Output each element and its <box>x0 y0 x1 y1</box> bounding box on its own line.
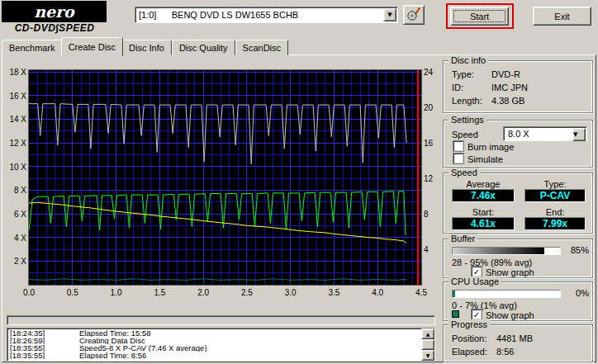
position-value: 4481 MB <box>496 333 533 343</box>
axis-tick-label: 4.0 <box>368 288 387 297</box>
write-type-display: P-CAV <box>524 189 586 202</box>
axis-tick-label: 18 X <box>5 68 26 77</box>
axis-tick-label: 24 <box>424 68 442 77</box>
start-speed-display: 4.61x <box>452 217 515 230</box>
progress-group: Progress Position: 4481 MB Elapsed: 8:56 <box>443 324 593 362</box>
cpu-graph-legend-swatch <box>452 310 459 318</box>
axis-tick-label: 0.0 <box>20 288 38 297</box>
axis-tick-label: 12 <box>424 174 442 183</box>
log-list[interactable]: [18:24:35]Elapsed Time: 15:58 [18:26:59]… <box>7 328 435 362</box>
speed-label: Speed <box>452 130 478 139</box>
cpu-show-graph-checkbox[interactable]: ✓ <box>472 310 482 319</box>
group-title: CPU Usage <box>448 277 501 286</box>
axis-tick-label: 20 <box>424 103 442 112</box>
buffer-show-graph-checkbox[interactable]: ✓ <box>472 267 482 277</box>
group-title: Progress <box>448 319 490 329</box>
disc-type-value: DVD-R <box>491 69 520 79</box>
disc-length-label: Length: <box>452 96 482 106</box>
disc-id-label: ID: <box>452 83 463 92</box>
up-arrow-icon: ▲ <box>422 329 434 339</box>
tab-label: Disc Quality <box>179 43 228 53</box>
exit-button[interactable]: Exit <box>533 7 591 26</box>
nero-logo-subtitle: CD-DVD∫SPEED <box>0 22 109 34</box>
disc-info-group: Disc info Type: DVD-R ID: IMC JPN Length… <box>443 60 593 113</box>
log-rows: [18:24:35]Elapsed Time: 15:58 [18:26:59]… <box>10 329 420 359</box>
axis-tick-label: 8 X <box>5 186 26 195</box>
simulate-checkbox[interactable] <box>453 154 463 163</box>
axis-tick-label: 4 X <box>5 234 26 243</box>
axis-tick-label: 4 <box>424 245 442 254</box>
nero-logo: nero <box>2 1 107 22</box>
series-buffer-level <box>29 104 406 164</box>
disc-flame-icon <box>406 13 421 23</box>
start-speed-label: Start: <box>452 207 515 217</box>
group-title: Settings <box>448 115 486 125</box>
tab-disc-info[interactable]: Disc Info <box>121 40 172 55</box>
axis-tick-label: 16 X <box>5 92 26 101</box>
start-button-label: Start <box>470 12 489 21</box>
tab-create-disc[interactable]: Create Disc <box>61 37 123 56</box>
buffer-bar-fill <box>453 248 544 254</box>
tab-benchmark[interactable]: Benchmark <box>2 40 63 55</box>
log-time: [18:24:35] <box>10 329 79 337</box>
end-speed-label: End: <box>524 207 586 217</box>
axis-tick-label: 0.5 <box>64 288 82 297</box>
tab-disc-quality[interactable]: Disc Quality <box>172 40 235 55</box>
start-button[interactable]: Start <box>450 7 509 26</box>
disc-id-value: IMC JPN <box>491 83 528 92</box>
disc-length-value: 4.38 GB <box>491 96 524 106</box>
drive-select-value: [1:0] BENQ DVD LS DW1655 BCHB <box>139 10 298 20</box>
exit-button-label: Exit <box>554 12 569 21</box>
drive-select-arrow-button[interactable]: ▼ <box>383 8 396 21</box>
axis-tick-label: 6 X <box>5 210 26 219</box>
elapsed-value: 8:56 <box>496 347 514 357</box>
buffer-percent: 85% <box>564 245 589 255</box>
tab-scandisc[interactable]: ScanDisc <box>235 40 288 55</box>
cpu-usage-group: CPU Usage 0% 0 - 7% (1% avg) ✓ Show grap… <box>443 281 593 321</box>
axis-tick-label: 12 X <box>5 139 26 148</box>
axis-tick-label: 16 <box>424 139 442 148</box>
cpu-range-text: 0 - 7% (1% avg) <box>452 300 517 310</box>
buffer-bar <box>452 247 561 255</box>
axis-tick-label: 3.0 <box>282 288 300 297</box>
log-entry: [18:26:59]Creating Data Disc <box>10 337 420 344</box>
create-disc-icon-button[interactable] <box>403 5 425 25</box>
log-text: Speed5-8 X P-CAV (7.46 X average) <box>79 344 207 352</box>
axis-tick-label: 2.5 <box>238 288 256 297</box>
tab-strip: Benchmark Create Disc Disc Info Disc Qua… <box>2 36 288 55</box>
tab-label: Disc Info <box>129 43 164 53</box>
type-label: Type: <box>524 179 586 189</box>
log-time: [18:35:55] <box>10 352 79 359</box>
scroll-down-button[interactable]: ▼ <box>421 350 434 361</box>
series-write-speed <box>29 191 406 235</box>
log-scrollbar[interactable]: ▲ ▼ <box>421 329 434 361</box>
log-time: [18:26:59] <box>10 337 79 344</box>
cpu-percent: 0% <box>564 288 589 298</box>
axis-tick-label: 3.5 <box>325 288 343 297</box>
log-text: Elapsed Time: 8:56 <box>79 352 146 359</box>
end-speed-display: 7.99x <box>524 217 586 230</box>
burn-image-checkbox[interactable] <box>453 141 463 151</box>
chevron-down-icon: ▼ <box>384 9 396 21</box>
write-progress-bar <box>7 315 435 325</box>
nero-cd-dvd-speed-window: nero CD-DVD∫SPEED [1:0] BENQ DVD LS DW16… <box>0 0 598 364</box>
log-time: [18:35:55] <box>10 344 79 352</box>
axis-tick-label: 10 X <box>5 163 26 172</box>
settings-group: Settings Speed 8.0 X ▼ Burn image Simula… <box>443 120 593 168</box>
tab-label: ScanDisc <box>243 43 281 53</box>
buffer-range-text: 28 - 95% (89% avg) <box>452 258 532 267</box>
speed-select-arrow-button[interactable]: ▼ <box>572 128 586 141</box>
axis-tick-label: 1.0 <box>107 288 126 297</box>
disc-type-label: Type: <box>452 69 474 79</box>
log-entry: [18:35:55]Elapsed Time: 8:56 <box>10 352 420 359</box>
scroll-up-button[interactable]: ▲ <box>421 329 434 339</box>
log-text: Creating Data Disc <box>79 337 145 344</box>
burn-image-label: Burn image <box>467 142 514 152</box>
drive-select[interactable]: [1:0] BENQ DVD LS DW1655 BCHB ▼ <box>135 7 398 23</box>
group-title: Disc info <box>448 55 488 65</box>
scrollbar-thumb[interactable] <box>421 339 434 350</box>
position-label: Position: <box>452 333 486 343</box>
speed-chart-plot <box>29 70 421 285</box>
group-title: Speed <box>448 168 480 177</box>
speed-select[interactable]: 8.0 X ▼ <box>503 126 587 141</box>
